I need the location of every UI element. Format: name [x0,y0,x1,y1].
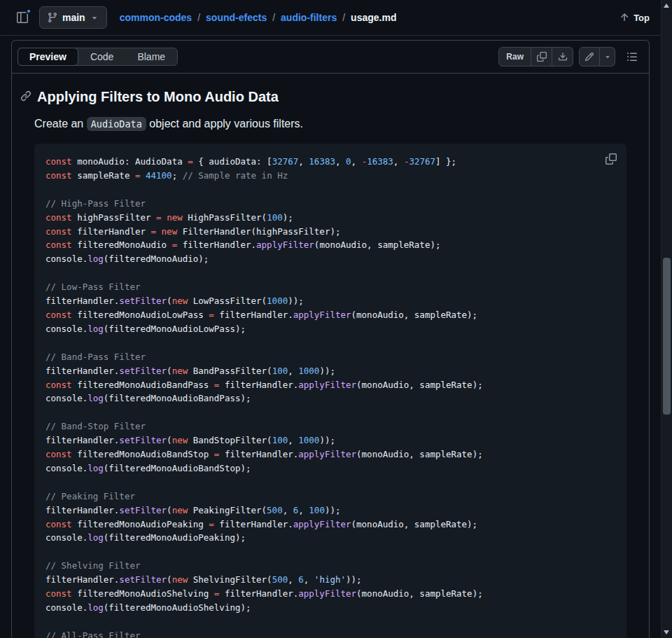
code-line: const filteredMonoAudioBandStop = filter… [46,448,615,462]
chevron-down-icon [90,13,99,22]
code-line: const filteredMonoAudio = filterHandler.… [46,238,615,252]
list-unordered-icon [626,51,638,62]
download-icon [558,52,568,62]
page-scrollbar[interactable] [661,0,672,638]
code-line: const highPassFilter = new HighPassFilte… [46,211,615,225]
toolbar-actions: Raw [498,46,643,68]
code-line: filterHandler.setFilter(new PeakingFilte… [46,504,615,518]
code-line: const sampleRate = 44100; // Sample rate… [46,169,615,183]
code-line [46,405,615,419]
file-container: Preview Code Blame Raw [11,40,650,638]
view-switcher: Preview Code Blame [18,48,178,66]
code-line: console.log(filteredMonoAudioBandStop); [46,462,615,476]
link-icon [20,90,31,102]
code-line: const filteredMonoAudioLowPass = filterH… [46,308,615,322]
code-line: // Shelving Filter [46,559,615,573]
code-line: // Low-Pass Filter [46,280,615,294]
code-line: const filteredMonoAudioBandPass = filter… [46,378,615,392]
download-raw-button[interactable] [552,47,573,67]
code-line: const filteredMonoAudioPeaking = filterH… [46,518,615,532]
edit-button[interactable] [579,47,600,67]
code-line: console.log(filteredMonoAudioLowPass); [46,322,615,336]
breadcrumb-separator: / [342,12,345,23]
breadcrumb-link-common-codes[interactable]: common-codes [120,12,192,23]
inline-code: AudioData [87,117,146,131]
code-line [46,545,615,559]
edit-group [579,47,615,67]
code-line: // Band-Stop Filter [46,419,615,434]
notification-dot [26,8,31,14]
intro-paragraph: Create an AudioData object and apply var… [34,116,626,132]
code-line [46,183,615,197]
code-line: // All-Pass Filter [46,629,615,638]
code-line: // Peaking Filter [46,490,615,504]
intro-suffix: object and apply various filters. [146,118,303,130]
raw-actions-group: Raw [498,47,573,67]
code-line: console.log(filteredMonoAudioShelving); [46,601,615,615]
code-line: // Band-Pass Filter [46,350,615,364]
code-line: filterHandler.setFilter(new LowPassFilte… [46,294,615,308]
code-line: filterHandler.setFilter(new BandPassFilt… [46,364,615,378]
tab-code[interactable]: Code [78,48,125,66]
tab-blame[interactable]: Blame [125,48,177,66]
arrow-up-icon [619,12,630,23]
code-line: console.log(filteredMonoAudio); [46,252,615,266]
breadcrumb-current-file: usage.md [351,12,396,23]
intro-prefix: Create an [34,118,87,130]
file-header: main common-codes / sound-efects / audio… [0,0,661,36]
code-line [46,336,615,350]
back-to-top-label: Top [634,13,650,23]
copy-icon [537,52,547,62]
copy-raw-button[interactable] [531,47,552,67]
edit-dropdown-button[interactable] [600,47,615,67]
tab-preview[interactable]: Preview [18,48,78,66]
code-line: filterHandler.setFilter(new ShelvingFilt… [46,573,615,587]
markdown-body: Applying Filters to Mono Audio Data Crea… [12,74,649,638]
code-line: filterHandler.setFilter(new BandStopFilt… [46,434,615,448]
chevron-down-icon [603,53,612,61]
breadcrumb-separator: / [197,12,200,23]
page-title: Applying Filters to Mono Audio Data [37,88,626,106]
scrollbar-thumb[interactable] [663,258,671,415]
main-column: main common-codes / sound-efects / audio… [0,0,661,638]
code-content: const monoAudio: AudioData = { audioData… [46,155,615,638]
code-block: const monoAudio: AudioData = { audioData… [34,144,626,638]
file-tree-toggle-button[interactable] [11,6,34,29]
sidebar-panel-icon [17,12,28,23]
file-toolbar: Preview Code Blame Raw [12,41,649,74]
github-code-view: main common-codes / sound-efects / audio… [0,0,672,638]
code-line: const filterHandler = new FilterHandler(… [46,225,615,239]
breadcrumb-separator: / [272,12,275,23]
code-line: // High-Pass Filter [46,197,615,211]
copy-icon [606,153,617,165]
branch-name: main [62,12,85,23]
code-line: console.log(filteredMonoAudioPeaking); [46,531,615,545]
raw-button[interactable]: Raw [498,47,531,67]
copy-code-button[interactable] [601,149,621,169]
code-line: const filteredMonoAudioShelving = filter… [46,587,615,601]
code-line [46,476,615,490]
breadcrumb-link-sound-efects[interactable]: sound-efects [206,12,267,23]
code-line: console.log(filteredMonoAudioBandPass); [46,391,615,405]
git-branch-icon [47,12,58,23]
code-line: const monoAudio: AudioData = { audioData… [46,155,615,169]
scroll-up-arrow[interactable] [664,4,669,8]
heading-anchor-link[interactable] [20,90,31,102]
breadcrumb: common-codes / sound-efects / audio-filt… [120,12,397,23]
outline-button[interactable] [621,46,643,68]
code-line [46,615,615,629]
code-line [46,266,615,280]
breadcrumb-link-audio-filters[interactable]: audio-filters [281,12,337,23]
scroll-down-arrow[interactable] [664,630,669,634]
heading-text: Applying Filters to Mono Audio Data [37,89,279,104]
pencil-icon [584,52,594,62]
branch-selector-button[interactable]: main [39,6,107,29]
back-to-top-button[interactable]: Top [619,12,650,23]
